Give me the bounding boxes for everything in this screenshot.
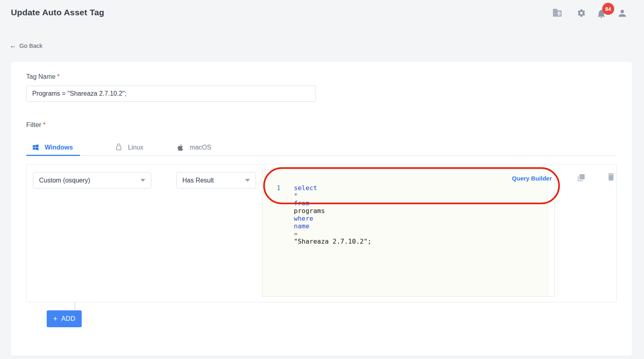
tab-linux-label: Linux — [128, 144, 143, 151]
chevron-down-icon — [245, 179, 250, 182]
apple-logo-icon — [176, 143, 184, 152]
query-type-value: Custom (osquery) — [39, 177, 90, 184]
filter-label: Filter* — [26, 121, 45, 129]
page-title: Update Auto Asset Tag — [11, 8, 104, 17]
organization-icon[interactable] — [552, 8, 562, 18]
add-rule-button[interactable]: + ADD — [47, 310, 82, 327]
osquery-code-editor[interactable]: Query Builder 1 select * from programs w… — [262, 169, 555, 297]
update-auto-asset-tag-page: Update Auto Asset Tag 84 ← Go Back Tag N… — [0, 0, 644, 359]
tab-windows[interactable]: Windows — [32, 139, 80, 155]
code-line[interactable]: 1 select * from programs where name = "S… — [262, 184, 547, 193]
condition-dropdown[interactable]: Has Result — [176, 172, 256, 189]
query-type-dropdown[interactable]: Custom (osquery) — [33, 172, 151, 189]
editor-scrollbar-track[interactable] — [547, 170, 554, 296]
plus-icon: + — [53, 315, 58, 322]
tab-linux[interactable]: Linux — [115, 139, 147, 155]
line-number: 1 — [275, 184, 283, 192]
required-asterisk: * — [57, 73, 60, 80]
tab-windows-label: Windows — [45, 144, 73, 151]
rule-connector-line — [74, 302, 75, 310]
filter-rule-panel: Custom (osquery) Has Result Query Builde… — [26, 164, 617, 302]
platform-tabs: Windows Linux macOS — [26, 139, 617, 156]
tab-macos-label: macOS — [190, 144, 211, 151]
delete-rule-icon[interactable] — [606, 172, 616, 183]
go-back-label: Go Back — [19, 42, 43, 49]
settings-gear-icon[interactable] — [577, 8, 586, 18]
notification-count-badge[interactable]: 84 — [602, 3, 614, 15]
chevron-down-icon — [140, 179, 145, 182]
linux-tux-icon — [115, 143, 123, 152]
windows-logo-icon — [32, 144, 39, 151]
required-asterisk: * — [43, 121, 46, 129]
add-button-label: ADD — [61, 315, 75, 322]
tag-name-label: Tag Name* — [26, 73, 60, 80]
tag-name-input[interactable] — [26, 86, 316, 102]
asset-tag-form-card: Tag Name* Filter* Windows — [11, 62, 632, 356]
back-arrow-icon: ← — [10, 42, 17, 49]
condition-value: Has Result — [182, 177, 214, 184]
tab-macos[interactable]: macOS — [176, 139, 211, 155]
duplicate-rule-icon[interactable] — [576, 172, 587, 185]
user-profile-icon[interactable] — [617, 8, 627, 18]
go-back-link[interactable]: ← Go Back — [10, 42, 43, 49]
query-builder-link[interactable]: Query Builder — [512, 175, 552, 182]
sql-query-text: select * from programs where name = "Sha… — [294, 184, 372, 245]
